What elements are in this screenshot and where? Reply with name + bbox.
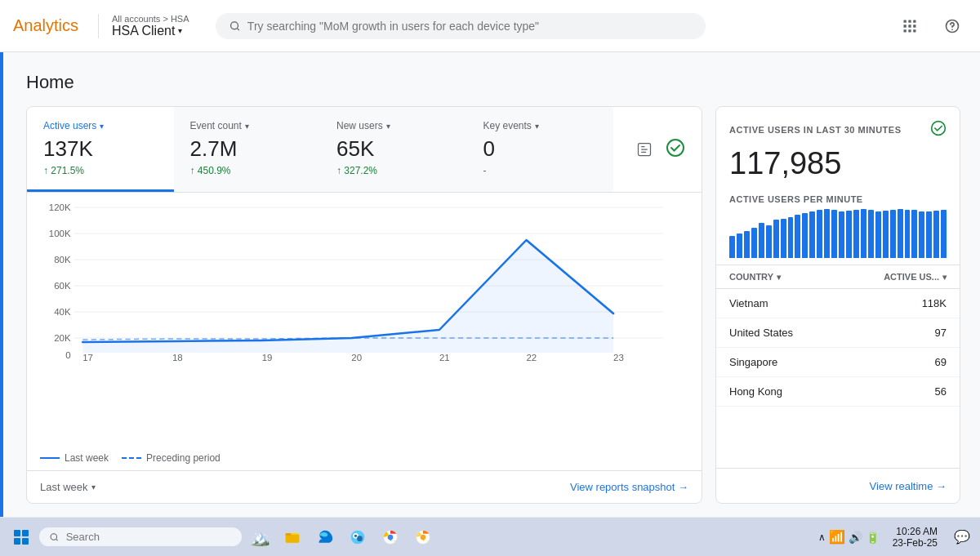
view-realtime-link[interactable]: View realtime → xyxy=(870,480,947,492)
svg-rect-8 xyxy=(908,29,911,32)
taskbar-chrome-icon[interactable] xyxy=(376,523,405,552)
bar xyxy=(751,228,757,258)
search-icon xyxy=(49,532,60,543)
table-row[interactable]: Hong Kong 56 xyxy=(716,377,960,407)
chart-panel: Active users ▾ 137K ↑ 271.5% Event count… xyxy=(26,106,702,504)
search-bar[interactable] xyxy=(216,13,706,39)
realtime-check-icon xyxy=(930,120,947,140)
bar xyxy=(809,211,815,258)
metric-label-key-events: Key events ▾ xyxy=(483,120,598,131)
svg-text:40K: 40K xyxy=(54,307,71,317)
chevron-up-icon[interactable]: ∧ xyxy=(818,532,826,543)
help-icon[interactable] xyxy=(938,11,967,41)
account-selector[interactable]: All accounts > HSA HSA Client ▾ xyxy=(98,14,189,38)
metric-value-event-count: 2.7M xyxy=(190,136,305,162)
taskbar-explorer-icon[interactable] xyxy=(278,523,307,552)
realtime-title: ACTIVE USERS IN LAST 30 MINUTES xyxy=(729,125,901,135)
chart-container: 120K 100K 80K 60K 40K 20K 0 17 Feb 18 19… xyxy=(27,193,702,446)
country-value: 97 xyxy=(935,327,947,339)
country-column-header[interactable]: COUNTRY ▾ xyxy=(729,272,781,282)
metric-value-new-users: 65K xyxy=(336,136,451,162)
bar xyxy=(781,219,786,258)
metric-change-active-users: ↑ 271.5% xyxy=(43,165,158,176)
bar xyxy=(817,210,822,258)
metric-key-events[interactable]: Key events ▾ 0 - xyxy=(467,107,614,192)
metric-event-count[interactable]: Event count ▾ 2.7M ↑ 450.9% xyxy=(174,107,321,192)
battery-icon: 🔋 xyxy=(866,531,880,544)
taskbar-search[interactable] xyxy=(39,527,242,546)
svg-text:Feb: Feb xyxy=(82,361,99,363)
svg-text:23: 23 xyxy=(613,353,624,363)
svg-text:100K: 100K xyxy=(49,229,71,238)
taskbar-widget-icon[interactable]: 🏔️ xyxy=(245,523,274,552)
compare-icon[interactable] xyxy=(630,135,659,164)
taskbar-search-input[interactable] xyxy=(66,531,232,543)
svg-rect-40 xyxy=(286,533,292,536)
chevron-down-icon: ▾ xyxy=(178,26,182,35)
chevron-down-icon: ▾ xyxy=(386,122,390,131)
metric-change-key-events: - xyxy=(483,165,598,176)
bar xyxy=(898,209,903,258)
sound-icon: 🔊 xyxy=(849,531,862,544)
svg-point-37 xyxy=(51,533,56,539)
taskbar-edge-icon[interactable] xyxy=(310,523,340,552)
content-area: Active users ▾ 137K ↑ 271.5% Event count… xyxy=(0,106,980,517)
chart-footer: Last week ▾ View reports snapshot → xyxy=(27,470,702,503)
account-name: HSA Client ▾ xyxy=(112,24,189,38)
metric-icons-area xyxy=(613,107,702,192)
chevron-down-icon: ▾ xyxy=(245,122,249,131)
app-logo: Analytics xyxy=(13,16,78,35)
svg-rect-7 xyxy=(904,29,906,32)
taskbar-finder-icon[interactable] xyxy=(343,523,372,552)
metric-active-users[interactable]: Active users ▾ 137K ↑ 271.5% xyxy=(27,107,174,192)
table-row[interactable]: Singapore 69 xyxy=(716,348,960,377)
svg-point-11 xyxy=(951,29,953,30)
apps-icon[interactable] xyxy=(895,11,924,41)
country-rows: Vietnam 118K United States 97 Singapore … xyxy=(716,289,960,407)
account-breadcrumb: All accounts > HSA xyxy=(112,14,189,24)
bar xyxy=(861,209,866,258)
taskbar: 🏔️ xyxy=(0,517,980,556)
start-button[interactable] xyxy=(7,523,36,552)
view-reports-link[interactable]: View reports snapshot → xyxy=(570,481,688,493)
bar xyxy=(846,211,852,258)
green-check-icon[interactable] xyxy=(666,138,685,161)
svg-point-0 xyxy=(230,21,238,29)
svg-rect-9 xyxy=(913,29,915,32)
svg-text:20: 20 xyxy=(351,353,362,363)
svg-text:80K: 80K xyxy=(54,255,71,265)
taskbar-chrome-canary-icon[interactable] xyxy=(408,523,438,552)
legend-preceding: Preceding period xyxy=(122,452,220,464)
metric-label-new-users: New users ▾ xyxy=(336,120,451,131)
clock[interactable]: 10:26 AM 23-Feb-25 xyxy=(886,523,944,552)
chart-legend: Last week Preceding period xyxy=(27,446,702,470)
taskbar-right: ∧ 📶 🔊 🔋 10:26 AM 23-Feb-25 💬 xyxy=(818,523,973,552)
search-input[interactable] xyxy=(247,20,693,33)
svg-point-44 xyxy=(354,534,357,536)
country-table-header: COUNTRY ▾ ACTIVE US... ▾ xyxy=(716,265,960,289)
chevron-down-icon: ▾ xyxy=(777,273,781,282)
search-icon xyxy=(229,20,241,33)
svg-text:120K: 120K xyxy=(49,202,71,212)
metrics-row: Active users ▾ 137K ↑ 271.5% Event count… xyxy=(27,107,702,193)
svg-marker-35 xyxy=(82,240,613,353)
date-range-button[interactable]: Last week ▾ xyxy=(40,481,96,493)
table-row[interactable]: United States 97 xyxy=(716,318,960,348)
bar xyxy=(729,236,735,258)
svg-point-43 xyxy=(357,536,363,541)
per-minute-label: ACTIVE USERS PER MINUTE xyxy=(716,188,960,207)
chevron-down-icon: ▾ xyxy=(942,273,947,282)
metric-new-users[interactable]: New users ▾ 65K ↑ 327.2% xyxy=(320,107,467,192)
table-row[interactable]: Vietnam 118K xyxy=(716,289,960,318)
users-column-header[interactable]: ACTIVE US... ▾ xyxy=(884,272,947,282)
system-tray: ∧ 📶 🔊 🔋 xyxy=(818,529,880,545)
svg-rect-1 xyxy=(904,20,906,22)
notification-icon[interactable]: 💬 xyxy=(951,526,973,548)
bar xyxy=(744,231,750,258)
metric-value-active-users: 137K xyxy=(43,136,158,162)
svg-text:60K: 60K xyxy=(54,281,71,291)
svg-point-36 xyxy=(932,122,946,136)
bar xyxy=(788,217,794,258)
bar xyxy=(905,210,911,258)
legend-dashed-line xyxy=(122,457,141,459)
